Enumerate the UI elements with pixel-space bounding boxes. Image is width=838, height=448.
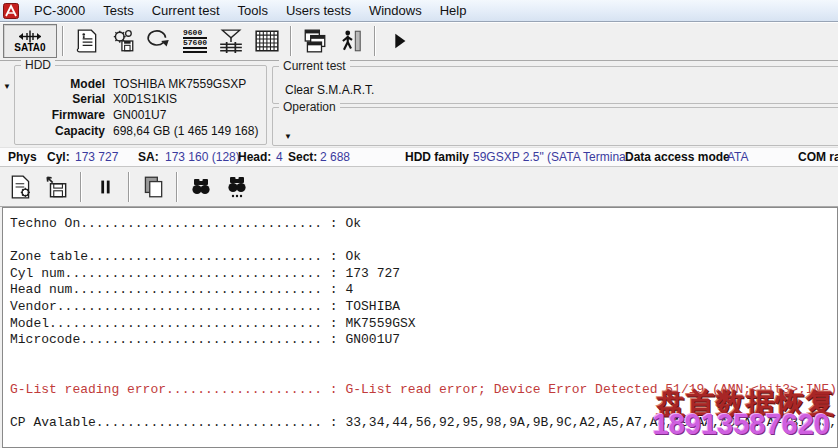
port-select-button[interactable]: SATA0 — [3, 24, 57, 58]
status-family-label: HDD family — [405, 150, 469, 164]
copy-icon — [140, 174, 166, 200]
exit-icon — [338, 28, 364, 54]
status-cyl-label: Cyl: — [47, 150, 70, 164]
menu-help[interactable]: Help — [431, 1, 476, 20]
hdd-info-button[interactable] — [69, 24, 105, 58]
menu-users-tests[interactable]: Users tests — [277, 1, 360, 20]
status-bar: Phys Cyl: 173 727 SA: 173 160 (128) Head… — [0, 147, 838, 166]
log-line: CP Avalable.............................… — [10, 415, 837, 432]
hdd-info-icon — [74, 28, 100, 54]
status-sa-value: 173 160 (128) — [165, 150, 240, 164]
find-next-icon — [225, 175, 249, 199]
menu-tools[interactable]: Tools — [229, 1, 277, 20]
log-line: Zone table..............................… — [10, 249, 837, 266]
hdd-panel: ▼ HDD Model TOSHIBA MK7559GSXP Serial X0… — [0, 61, 838, 147]
log-line — [10, 365, 837, 382]
log-line-error: G-List reading error....................… — [10, 382, 837, 399]
bus-filter-button[interactable] — [213, 24, 249, 58]
exit-button[interactable] — [333, 24, 369, 58]
status-access-value: ATA — [727, 150, 749, 164]
find-icon — [189, 175, 213, 199]
hdd-field-serial: Serial X0D1S1KIS — [21, 92, 262, 108]
cascade-windows-button[interactable] — [297, 24, 333, 58]
pc3000-window: PC-3000 Tests Current test Tools Users t… — [0, 0, 838, 448]
status-sect-label: Sect: — [288, 150, 317, 164]
menu-pc3000[interactable]: PC-3000 — [25, 1, 94, 20]
test-params-icon — [8, 174, 34, 200]
log-line: Model...................................… — [10, 316, 837, 333]
status-head-value: 4 — [276, 150, 283, 164]
current-test-groupbox: Current test Clear S.M.A.R.T. — [272, 66, 838, 104]
toolbar-separator — [80, 172, 82, 202]
save-log-button[interactable] — [39, 170, 75, 204]
start-test-icon — [388, 30, 410, 52]
status-sa-label: SA: — [138, 150, 159, 164]
terminal-baud-button[interactable]: 9600 57600 — [177, 24, 213, 58]
hdd-select-arrow-icon[interactable]: ▼ — [3, 82, 11, 91]
port-label: SATA0 — [14, 43, 45, 53]
operation-group-label: Operation — [279, 100, 340, 114]
current-test-group-label: Current test — [279, 59, 350, 73]
status-access-label: Data access mode — [625, 150, 730, 164]
pc3000-logo-icon — [3, 3, 19, 19]
sata-bus-icon — [18, 30, 42, 43]
status-cyl-value: 173 727 — [75, 150, 118, 164]
operation-groupbox: Operation ▼ — [272, 107, 838, 146]
toolbar-separator — [374, 26, 376, 56]
find-button[interactable] — [183, 170, 219, 204]
status-mode: Phys — [8, 150, 37, 164]
log-line: Cyl num.................................… — [10, 266, 837, 283]
hdd-groupbox: HDD Model TOSHIBA MK7559GSXP Serial X0D1… — [14, 65, 267, 145]
status-sect-value: 2 688 — [320, 150, 350, 164]
terminal-baud-icon: 9600 57600 — [183, 29, 207, 53]
backup-loop-button[interactable] — [141, 24, 177, 58]
tools-settings-button[interactable] — [105, 24, 141, 58]
hdd-field-firmware: Firmware GN001U7 — [21, 107, 262, 123]
defect-table-icon — [254, 28, 280, 54]
log-line: Head num................................… — [10, 282, 837, 299]
bus-filter-icon — [218, 28, 244, 54]
backup-loop-icon — [146, 28, 172, 54]
toolbar-separator — [128, 172, 130, 202]
find-next-button[interactable] — [219, 170, 255, 204]
operation-select-arrow-icon[interactable]: ▼ — [284, 132, 292, 141]
hdd-field-capacity: Capacity 698,64 GB (1 465 149 168) — [21, 123, 262, 139]
test-params-button[interactable] — [3, 170, 39, 204]
menu-windows[interactable]: Windows — [360, 1, 431, 20]
menu-bar: PC-3000 Tests Current test Tools Users t… — [0, 0, 838, 22]
status-family-value: 59GSXP 2.5" (SATA Termina — [473, 150, 626, 164]
log-viewport[interactable]: Techno On...............................… — [2, 207, 838, 448]
log-line: Vendor..................................… — [10, 299, 837, 316]
pause-icon — [94, 176, 116, 198]
log-line — [10, 233, 837, 250]
test-toolbar — [0, 166, 838, 207]
copy-button[interactable] — [135, 170, 171, 204]
log-line — [10, 349, 837, 366]
toolbar-separator — [62, 26, 64, 56]
tools-settings-icon — [110, 28, 136, 54]
status-com-label: COM ra — [798, 150, 838, 164]
menu-current-test[interactable]: Current test — [143, 1, 229, 20]
main-toolbar: SATA0 — [0, 22, 838, 61]
defect-table-button[interactable] — [249, 24, 285, 58]
current-test-value: Clear S.M.A.R.T. — [285, 83, 374, 97]
log-line — [10, 399, 837, 416]
status-head-label: Head: — [238, 150, 271, 164]
save-log-icon — [44, 174, 70, 200]
log-line: Microcode...............................… — [10, 332, 837, 349]
log-line: Techno On...............................… — [10, 216, 837, 233]
hdd-group-label: HDD — [21, 58, 55, 72]
cascade-windows-icon — [302, 28, 328, 54]
toolbar-separator — [290, 26, 292, 56]
menu-tests[interactable]: Tests — [94, 1, 142, 20]
hdd-field-model: Model TOSHIBA MK7559GSXP — [21, 76, 262, 92]
toolbar-separator — [176, 172, 178, 202]
start-test-button[interactable] — [381, 24, 417, 58]
pause-button[interactable] — [87, 170, 123, 204]
